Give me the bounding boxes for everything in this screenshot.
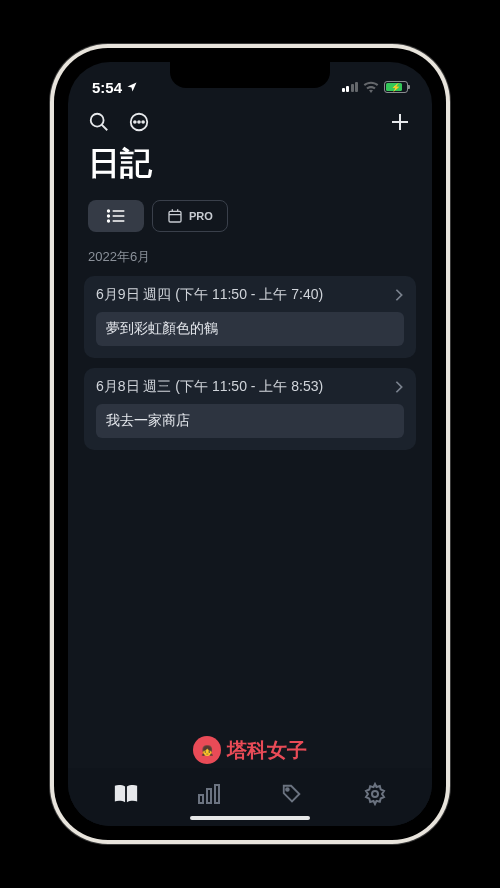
svg-rect-20 bbox=[215, 785, 219, 803]
search-button[interactable] bbox=[88, 111, 110, 133]
svg-point-22 bbox=[372, 791, 378, 797]
location-icon bbox=[126, 81, 138, 93]
more-icon bbox=[128, 111, 150, 133]
tab-tags[interactable] bbox=[272, 774, 312, 814]
svg-line-1 bbox=[102, 125, 108, 131]
month-label: 2022年6月 bbox=[68, 248, 432, 276]
calendar-pro-button[interactable]: PRO bbox=[152, 200, 228, 232]
calendar-icon bbox=[167, 208, 183, 224]
status-right: ⚡ bbox=[342, 81, 409, 93]
tab-settings[interactable] bbox=[355, 774, 395, 814]
entry-date: 6月8日 週三 (下午 11:50 - 上午 8:53) bbox=[96, 378, 323, 396]
entry-text: 夢到彩虹顏色的鶴 bbox=[96, 312, 404, 346]
screen: 5:54 ⚡ bbox=[68, 62, 432, 826]
plus-icon bbox=[388, 110, 412, 134]
svg-point-8 bbox=[108, 210, 110, 212]
home-indicator[interactable] bbox=[190, 816, 310, 820]
watermark-avatar-icon: 👧 bbox=[193, 736, 221, 764]
chevron-right-icon bbox=[394, 288, 404, 302]
chart-icon bbox=[197, 783, 221, 805]
svg-point-4 bbox=[138, 121, 140, 123]
view-toggle: PRO bbox=[68, 200, 432, 248]
status-left: 5:54 bbox=[92, 79, 138, 96]
wifi-icon bbox=[363, 81, 379, 93]
svg-point-0 bbox=[91, 114, 104, 127]
watermark-text: 塔科女子 bbox=[227, 737, 307, 764]
status-time: 5:54 bbox=[92, 79, 122, 96]
search-icon bbox=[88, 111, 110, 133]
phone-frame: 5:54 ⚡ bbox=[50, 44, 450, 844]
phone-bezel: 5:54 ⚡ bbox=[54, 48, 446, 840]
tab-stats[interactable] bbox=[189, 774, 229, 814]
diary-entry[interactable]: 6月9日 週四 (下午 11:50 - 上午 7:40) 夢到彩虹顏色的鶴 bbox=[84, 276, 416, 358]
watermark: 👧 塔科女子 bbox=[193, 736, 307, 764]
tab-diary[interactable] bbox=[106, 774, 146, 814]
svg-point-21 bbox=[286, 788, 289, 791]
svg-rect-18 bbox=[199, 795, 203, 803]
gear-icon bbox=[363, 782, 387, 806]
list-view-button[interactable] bbox=[88, 200, 144, 232]
battery-icon: ⚡ bbox=[384, 81, 408, 93]
svg-rect-19 bbox=[207, 789, 211, 803]
more-button[interactable] bbox=[128, 111, 150, 133]
toolbar bbox=[68, 102, 432, 138]
add-button[interactable] bbox=[388, 110, 412, 134]
svg-point-12 bbox=[108, 220, 110, 222]
tag-icon bbox=[280, 783, 304, 805]
svg-point-3 bbox=[134, 121, 136, 123]
notch bbox=[170, 62, 330, 88]
book-icon bbox=[113, 783, 139, 805]
entry-text: 我去一家商店 bbox=[96, 404, 404, 438]
signal-icon bbox=[342, 82, 359, 92]
svg-point-10 bbox=[108, 215, 110, 217]
chevron-right-icon bbox=[394, 380, 404, 394]
pro-label: PRO bbox=[189, 210, 213, 222]
entry-date: 6月9日 週四 (下午 11:50 - 上午 7:40) bbox=[96, 286, 323, 304]
svg-rect-14 bbox=[169, 211, 181, 222]
diary-entry[interactable]: 6月8日 週三 (下午 11:50 - 上午 8:53) 我去一家商店 bbox=[84, 368, 416, 450]
svg-point-5 bbox=[142, 121, 144, 123]
page-title: 日記 bbox=[68, 138, 432, 200]
entries-list: 6月9日 週四 (下午 11:50 - 上午 7:40) 夢到彩虹顏色的鶴 6月… bbox=[68, 276, 432, 450]
list-icon bbox=[106, 208, 126, 224]
